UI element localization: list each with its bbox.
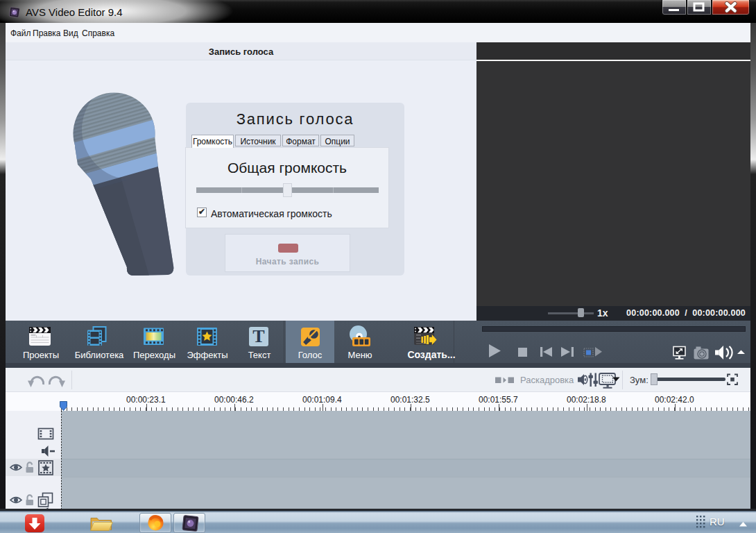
svg-text:T: T [252,326,264,346]
